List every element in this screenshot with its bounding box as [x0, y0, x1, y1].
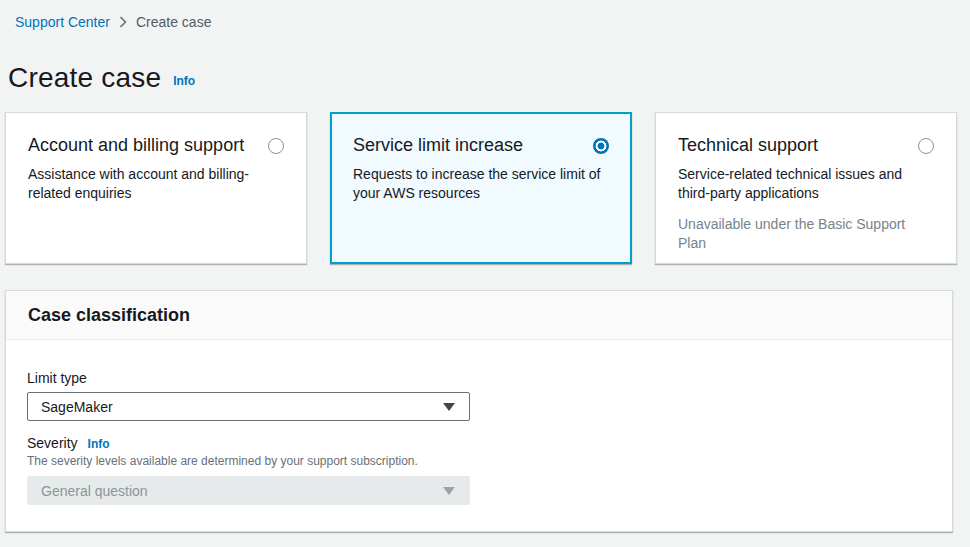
card-description: Requests to increase the service limit o… [353, 165, 609, 203]
support-type-cards: Account and billing support Assistance w… [5, 112, 960, 264]
breadcrumb-link-support-center[interactable]: Support Center [15, 14, 110, 30]
card-title: Account and billing support [28, 135, 244, 156]
card-title: Service limit increase [353, 135, 523, 156]
page-title-row: Create case Info [8, 62, 960, 94]
panel-heading: Case classification [28, 305, 190, 325]
page-title-info-link[interactable]: Info [173, 74, 195, 88]
severity-select-disabled: General question [27, 476, 470, 505]
breadcrumb: Support Center Create case [5, 14, 960, 30]
card-service-limit-increase[interactable]: Service limit increase Requests to incre… [330, 112, 632, 264]
panel-header: Case classification [6, 291, 952, 340]
severity-info-link[interactable]: Info [88, 437, 110, 451]
card-description: Service-related technical issues and thi… [678, 165, 934, 203]
limit-type-label: Limit type [27, 370, 932, 386]
card-technical-support[interactable]: Technical support Service-related techni… [655, 112, 957, 264]
chevron-down-icon [443, 403, 455, 411]
limit-type-selected-value: SageMaker [41, 399, 113, 415]
radio-unselected-icon[interactable] [268, 138, 284, 154]
page-title: Create case [8, 62, 161, 94]
create-case-page: Support Center Create case Create case I… [0, 0, 970, 532]
severity-selected-value: General question [41, 483, 148, 499]
card-account-billing-support[interactable]: Account and billing support Assistance w… [5, 112, 307, 264]
limit-type-select[interactable]: SageMaker [27, 392, 470, 421]
severity-help-text: The severity levels available are determ… [27, 454, 932, 468]
breadcrumb-chevron-icon [119, 16, 127, 28]
panel-body: Limit type SageMaker Severity Info The s… [6, 340, 952, 531]
severity-label-row: Severity Info [27, 435, 932, 451]
card-description: Assistance with account and billing-rela… [28, 165, 284, 203]
chevron-down-icon [443, 487, 455, 495]
case-classification-panel: Case classification Limit type SageMaker… [5, 290, 953, 532]
card-unavailable-note: Unavailable under the Basic Support Plan [678, 215, 934, 253]
card-title: Technical support [678, 135, 818, 156]
radio-selected-icon[interactable] [593, 138, 609, 154]
severity-label: Severity [27, 435, 78, 451]
radio-unselected-icon[interactable] [918, 138, 934, 154]
breadcrumb-current: Create case [136, 14, 211, 30]
